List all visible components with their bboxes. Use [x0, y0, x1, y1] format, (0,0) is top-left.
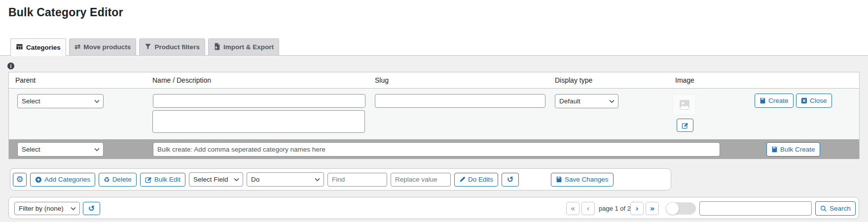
add-categories-label: Add Categories: [44, 176, 90, 183]
tab-label: Move products: [83, 43, 131, 51]
select-field-dropdown[interactable]: Select Field: [189, 172, 243, 187]
close-button-label: Close: [810, 97, 827, 104]
bulk-parent-select[interactable]: Select: [17, 142, 104, 157]
pencil-square-icon: [145, 176, 152, 183]
gear-icon: ⚙: [16, 175, 23, 184]
tab-product-filters[interactable]: Product filters: [139, 38, 205, 56]
funnel-icon: [145, 43, 151, 51]
do-edits-button[interactable]: Do Edits: [454, 173, 498, 187]
picture-icon: [679, 99, 690, 110]
search-button-label: Search: [830, 205, 851, 212]
column-header-display: Display type: [555, 76, 592, 84]
pencil-square-icon: [682, 122, 688, 129]
page-header: Bulk Category Editor Categories ⇄ Move p…: [0, 0, 868, 56]
footer-panel: Filter by (none) ↺ « ‹ page 1 of 2 › » S…: [8, 197, 859, 219]
name-input[interactable]: [153, 94, 365, 108]
next-page-button[interactable]: ›: [630, 202, 644, 215]
previous-page-button[interactable]: ‹: [581, 202, 595, 215]
close-icon: [801, 97, 807, 104]
filter-by-dropdown[interactable]: Filter by (none): [14, 202, 80, 215]
bulk-edit-label: Bulk Edit: [154, 176, 181, 183]
search-mode-toggle[interactable]: [666, 202, 696, 215]
add-categories-button[interactable]: Add Categories: [30, 173, 95, 187]
plus-circle-icon: [35, 176, 42, 183]
import-export-icon: [214, 43, 220, 52]
move-icon: ⇄: [74, 43, 81, 51]
edit-image-button[interactable]: [677, 119, 693, 132]
tab-categories[interactable]: Categories: [10, 38, 66, 56]
bulk-create-row: Select Bulk Create: [9, 139, 859, 159]
save-changes-label: Save Changes: [565, 176, 609, 183]
settings-button[interactable]: ⚙: [13, 173, 27, 187]
search-button[interactable]: Search: [815, 201, 856, 216]
toggle-knob: [666, 202, 679, 215]
undo-icon: ↺: [507, 176, 513, 184]
create-button[interactable]: Create: [755, 94, 794, 108]
table-row: Select Default Create Close: [9, 89, 859, 139]
column-header-parent: Parent: [15, 76, 36, 84]
category-table: Parent Name / Description Slug Display t…: [8, 72, 860, 159]
reset-filter-button[interactable]: ↺: [83, 202, 100, 215]
save-changes-button[interactable]: Save Changes: [551, 173, 614, 187]
bulk-edit-button[interactable]: Bulk Edit: [140, 173, 185, 187]
parent-select[interactable]: Select: [17, 94, 104, 108]
do-action-dropdown[interactable]: Do: [247, 172, 324, 187]
tab-label: Product filters: [154, 43, 200, 51]
bulk-create-input[interactable]: [153, 142, 720, 157]
replace-value-input[interactable]: [391, 173, 451, 187]
bulk-category-editor-page: Bulk Category Editor Categories ⇄ Move p…: [0, 0, 868, 222]
info-icon[interactable]: i: [7, 63, 14, 69]
search-input[interactable]: [699, 201, 812, 216]
save-icon: [760, 97, 766, 104]
bulk-create-button-label: Bulk Create: [780, 146, 815, 153]
image-placeholder[interactable]: [673, 94, 696, 115]
last-page-button[interactable]: »: [646, 202, 659, 215]
display-type-select[interactable]: Default: [555, 94, 618, 108]
toolbar-panel: ⚙ Add Categories ♻ Delete Bulk Edit Sele…: [10, 168, 671, 190]
delete-button[interactable]: ♻ Delete: [99, 173, 137, 187]
bulk-create-button[interactable]: Bulk Create: [766, 142, 820, 157]
column-header-image: Image: [675, 76, 694, 84]
save-icon: [771, 146, 778, 153]
description-textarea[interactable]: [152, 110, 365, 133]
undo-edits-button[interactable]: ↺: [502, 173, 519, 187]
page-indicator: page 1 of 2: [599, 205, 631, 212]
tab-import-export[interactable]: Import & Export: [208, 38, 279, 56]
tab-label: Categories: [26, 44, 61, 51]
recycle-icon: ♻: [104, 176, 110, 183]
table-header-row: Parent Name / Description Slug Display t…: [9, 72, 859, 89]
slug-input[interactable]: [375, 94, 545, 108]
delete-label: Delete: [112, 176, 132, 183]
table-icon: [16, 43, 23, 52]
tab-move-products[interactable]: ⇄ Move products: [69, 38, 137, 56]
first-page-button[interactable]: «: [566, 202, 579, 215]
tab-label: Import & Export: [223, 43, 274, 51]
tab-bar: Categories ⇄ Move products Product filte…: [10, 38, 279, 56]
search-icon: [820, 205, 827, 212]
close-button[interactable]: Close: [796, 94, 832, 108]
pencil-icon: [459, 176, 466, 183]
column-header-slug: Slug: [375, 76, 389, 84]
create-button-label: Create: [768, 97, 789, 104]
undo-icon: ↺: [88, 205, 95, 213]
column-header-name: Name / Description: [152, 76, 211, 84]
save-icon: [556, 176, 562, 183]
page-title: Bulk Category Editor: [8, 6, 123, 19]
find-input[interactable]: [327, 173, 387, 187]
do-edits-label: Do Edits: [468, 176, 493, 183]
